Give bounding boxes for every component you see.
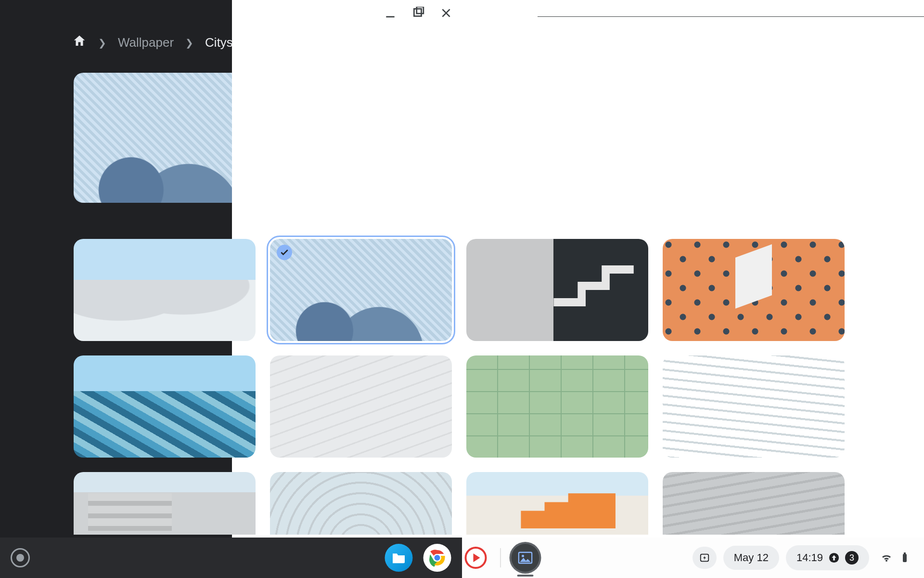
minimize-button[interactable] [384,7,397,21]
wallpaper-app-icon[interactable] [512,544,539,572]
chevron-right-icon: ❯ [98,37,106,49]
time-notif-pill[interactable]: 14:19 3 [786,545,869,570]
wallpaper-thumb-selected[interactable] [270,239,452,341]
window-controls [384,7,452,21]
maximize-button[interactable] [412,7,424,21]
shelf-right: May 12 14:19 3 [693,538,924,578]
svg-point-10 [522,555,524,557]
files-app-icon[interactable] [385,544,413,572]
svg-rect-5 [417,7,424,13]
wifi-icon [881,552,892,564]
wallpaper-thumb[interactable] [270,355,452,458]
svg-rect-13 [903,554,907,562]
active-indicator [517,575,534,577]
current-wallpaper-hero: Currently set Solomon R. Guggenheim Muse… [0,73,232,203]
svg-rect-3 [386,16,394,18]
youtube-music-icon[interactable] [462,544,490,572]
notification-count-badge: 3 [845,551,859,565]
breadcrumb-wallpaper[interactable]: Wallpaper [118,35,174,50]
section-divider [538,16,924,17]
wallpaper-thumb[interactable] [466,355,648,458]
wallpaper-thumb[interactable] [663,355,845,458]
shelf-date: May 12 [734,552,769,564]
svg-rect-14 [904,552,906,554]
svg-rect-4 [414,9,421,16]
wallpaper-thumb[interactable] [270,472,452,535]
up-arrow-icon [829,552,839,563]
desktop: ❯ Wallpaper ❯ Cityscapes Currently set S… [0,0,924,578]
wallpaper-thumb[interactable] [74,355,256,458]
close-button[interactable] [440,7,452,21]
battery-icon [899,552,911,564]
date-pill[interactable]: May 12 [723,546,779,570]
check-icon [277,245,292,260]
chrome-app-icon[interactable] [424,544,451,572]
shelf-separator [500,548,501,567]
wallpaper-thumb[interactable] [663,472,845,535]
wallpaper-thumb[interactable] [663,239,845,341]
wallpaper-grid [74,239,848,535]
wallpaper-thumb[interactable] [74,239,256,341]
wallpaper-thumb[interactable] [74,472,256,535]
charging-icon [699,552,710,563]
launcher-button[interactable] [11,548,30,567]
wallpaper-settings-window: ❯ Wallpaper ❯ Cityscapes Currently set S… [0,0,924,538]
current-wallpaper-thumb [74,73,232,203]
shelf-center [385,538,539,578]
breadcrumb: ❯ Wallpaper ❯ Cityscapes [0,34,232,73]
power-status-pill[interactable] [693,547,717,569]
shelf: May 12 14:19 3 [0,538,924,578]
home-icon[interactable] [72,34,87,52]
wallpaper-thumb[interactable] [466,239,648,341]
shelf-time: 14:19 [796,552,823,564]
wallpaper-thumb[interactable] [466,472,648,535]
breadcrumb-cityscapes[interactable]: Cityscapes [205,35,232,50]
chevron-right-icon: ❯ [185,37,193,49]
status-tray[interactable] [876,552,915,564]
